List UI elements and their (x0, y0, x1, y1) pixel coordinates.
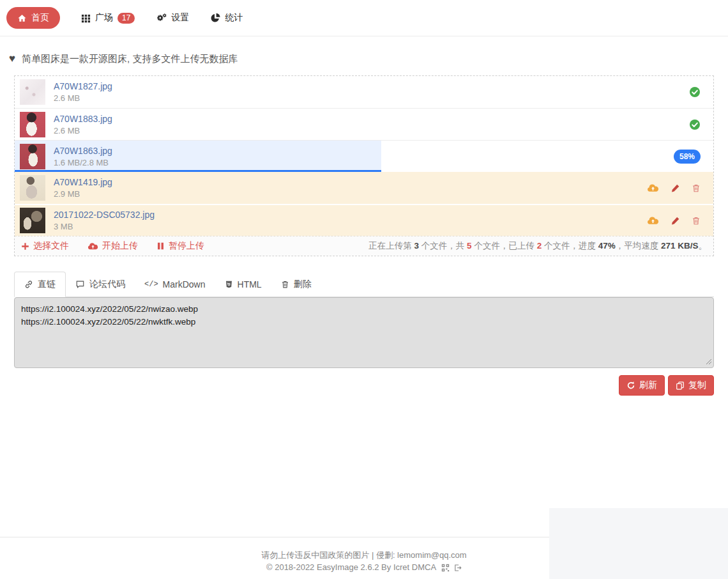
gear-icon (156, 13, 167, 23)
nav-gallery-label: 广场 (95, 12, 113, 24)
edit-icon[interactable] (671, 216, 680, 226)
file-size: 2.6 MB (54, 93, 112, 103)
tagline-text: 简单图床是一款开源图床, 支持多文件上传无数据库 (22, 53, 238, 65)
file-thumbnail (20, 144, 45, 169)
file-size: 1.6 MB/2.8 MB (54, 158, 112, 167)
nav-home-label: 首页 (31, 12, 49, 24)
comment-icon (75, 280, 85, 289)
sign-out-icon[interactable] (453, 564, 462, 572)
tab-markdown[interactable]: </> MarkDown (135, 272, 215, 297)
start-upload-button[interactable]: 开始上传 (87, 240, 138, 252)
nav-settings-label: 设置 (171, 12, 189, 24)
pause-upload-button[interactable]: 暂停上传 (156, 240, 204, 252)
nav-item-stats[interactable]: 统计 (210, 12, 243, 24)
upload-action-bar: 选择文件 开始上传 暂停上传 正在上传第 3 个文件，共 5 个文件，已上传 2… (15, 236, 713, 256)
file-row-3-uploading: A70W1863.jpg 1.6 MB/2.8 MB 58% (15, 140, 713, 172)
upload-queue-panel: A70W1827.jpg 2.6 MB A70W1883.jpg 2.6 MB … (14, 75, 714, 256)
nav-item-home[interactable]: 首页 (6, 7, 60, 29)
cloud-upload-icon (87, 242, 98, 251)
nav-item-settings[interactable]: 设置 (156, 12, 189, 24)
home-icon (17, 13, 27, 23)
heart-icon: ♥ (9, 52, 15, 65)
grid-icon (81, 13, 91, 23)
file-row-1: A70W1827.jpg 2.6 MB (15, 76, 713, 108)
link-icon (24, 280, 33, 289)
refresh-icon (626, 381, 635, 390)
edit-icon[interactable] (671, 183, 680, 193)
gallery-count-badge: 17 (118, 13, 135, 24)
delete-icon[interactable] (692, 216, 701, 226)
link-output-textarea[interactable]: https://i2.100024.xyz/2022/05/22/nwizao.… (14, 297, 714, 368)
file-size: 3 MB (54, 222, 155, 231)
file-thumbnail (20, 175, 45, 201)
tab-forum-code[interactable]: 论坛代码 (66, 272, 135, 297)
output-buttons: 刷新 复制 (0, 375, 714, 396)
delete-icon[interactable] (692, 183, 701, 193)
qrcode-icon[interactable] (441, 564, 450, 572)
progress-percent-badge: 58% (674, 150, 701, 164)
site-tagline: ♥ 简单图床是一款开源图床, 支持多文件上传无数据库 (9, 52, 728, 65)
file-name: A70W1863.jpg (54, 146, 112, 156)
trash-icon (281, 280, 289, 289)
success-check-icon (689, 119, 701, 130)
file-thumbnail (20, 208, 45, 233)
file-thumbnail (20, 112, 45, 137)
file-row-2: A70W1883.jpg 2.6 MB (15, 108, 713, 140)
nav-stats-label: 统计 (225, 12, 243, 24)
copy-button[interactable]: 复制 (668, 375, 714, 396)
file-size: 2.6 MB (54, 126, 112, 135)
file-size: 2.9 MB (54, 189, 112, 199)
code-icon: </> (144, 280, 158, 289)
file-name: A70W1419.jpg (54, 177, 112, 187)
upload-file-icon[interactable] (647, 183, 659, 194)
success-check-icon (689, 86, 701, 98)
tab-delete[interactable]: 删除 (271, 272, 321, 297)
pause-icon (156, 242, 165, 251)
plus-icon (21, 242, 29, 251)
output-container: https://i2.100024.xyz/2022/05/22/nwizao.… (14, 297, 714, 368)
tab-html[interactable]: HTML (215, 272, 271, 297)
copy-icon (676, 381, 685, 390)
tab-direct-link[interactable]: 直链 (14, 272, 66, 297)
file-name: A70W1883.jpg (54, 114, 112, 124)
pie-chart-icon (210, 13, 220, 23)
html5-icon (225, 280, 233, 289)
select-files-button[interactable]: 选择文件 (21, 240, 69, 252)
file-name: A70W1827.jpg (54, 81, 112, 91)
upload-file-icon[interactable] (647, 215, 659, 226)
upload-status-text: 正在上传第 3 个文件，共 5 个文件，已上传 2 个文件，进度 47%，平均速… (368, 240, 707, 252)
file-row-5-pending: 20171022-DSC05732.jpg 3 MB (15, 204, 713, 236)
refresh-button[interactable]: 刷新 (619, 375, 665, 396)
top-navbar: 首页 广场 17 设置 统计 (0, 0, 728, 36)
file-thumbnail (20, 79, 45, 105)
file-row-4-pending: A70W1419.jpg 2.9 MB (15, 172, 713, 204)
nav-item-gallery[interactable]: 广场 17 (81, 12, 135, 24)
overlay-panel (549, 506, 728, 579)
output-format-tabs: 直链 论坛代码 </> MarkDown HTML 删除 (14, 272, 714, 297)
file-name: 20171022-DSC05732.jpg (54, 210, 155, 220)
